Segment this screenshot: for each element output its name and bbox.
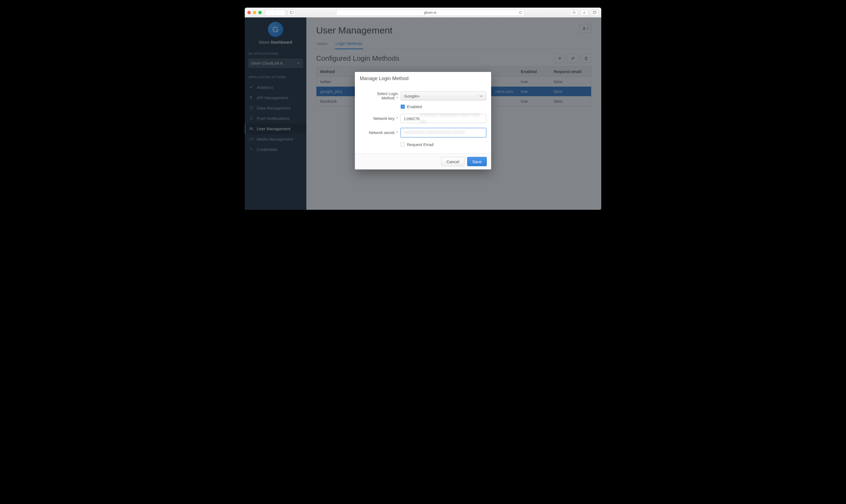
close-window-button[interactable] <box>247 11 251 14</box>
network-key-input[interactable]: 1166276ฯฯฯฯฯฯฯฯ ฯฯฯฯฯฯฯฯฯ ฯฯฯฯฯ ฯฯฯฯ ฯฯฯ <box>401 114 486 123</box>
enabled-checkbox-label: Enabled <box>407 104 422 109</box>
network-secret-input[interactable]: ฯฯฯฯฯฯฯฯฯฯ ฯฯฯฯฯฯฯฯฯฯฯ ฯฯฯฯฯฯ <box>401 128 486 137</box>
back-button[interactable] <box>265 10 275 16</box>
window-controls <box>247 11 262 14</box>
browser-toolbar: gluon.io <box>245 7 601 17</box>
forward-button[interactable] <box>275 10 285 16</box>
request-email-checkbox[interactable] <box>401 143 405 147</box>
modal-title: Manage Login Method <box>355 72 491 84</box>
svg-rect-3 <box>593 12 596 14</box>
tabs-button[interactable] <box>591 10 599 16</box>
url-text: gluon.io <box>424 10 437 15</box>
cancel-button[interactable]: Cancel <box>441 157 464 166</box>
reload-icon[interactable] <box>519 11 522 14</box>
login-method-value: Google+ <box>404 94 420 98</box>
manage-login-method-modal: Manage Login Method Select Login Method:… <box>355 72 491 169</box>
share-button[interactable] <box>581 10 588 16</box>
network-key-masked: ฯฯฯฯฯฯฯฯ ฯฯฯฯฯฯฯฯฯ ฯฯฯฯฯ ฯฯฯฯ ฯฯฯ <box>420 112 483 125</box>
toggle-sidebar-button[interactable] <box>287 10 296 16</box>
browser-window: gluon.io + G Gluon Dashboard MY APPLICAT… <box>245 7 601 210</box>
label-network-key: Network key:* <box>360 116 401 121</box>
save-button[interactable]: Save <box>467 157 487 166</box>
nav-back-forward <box>265 9 285 16</box>
svg-rect-4 <box>594 11 596 13</box>
login-method-select[interactable]: Google+ <box>401 91 486 101</box>
url-bar[interactable]: gluon.io <box>336 9 524 16</box>
network-secret-masked: ฯฯฯฯฯฯฯฯฯฯ ฯฯฯฯฯฯฯฯฯฯฯ ฯฯฯฯฯฯ <box>404 129 465 136</box>
downloads-button[interactable] <box>570 10 578 16</box>
minimize-window-button[interactable] <box>253 11 256 14</box>
label-network-secret: Network secret:* <box>360 130 401 135</box>
network-key-value: 1166276 <box>404 116 420 121</box>
enabled-checkbox[interactable]: ✓ <box>401 105 405 109</box>
request-email-checkbox-label: Request Email <box>407 142 434 147</box>
svg-rect-0 <box>290 11 294 14</box>
chevron-down-icon <box>479 95 483 97</box>
label-login-method: Select Login Method:* <box>360 92 401 100</box>
zoom-window-button[interactable] <box>258 11 262 14</box>
